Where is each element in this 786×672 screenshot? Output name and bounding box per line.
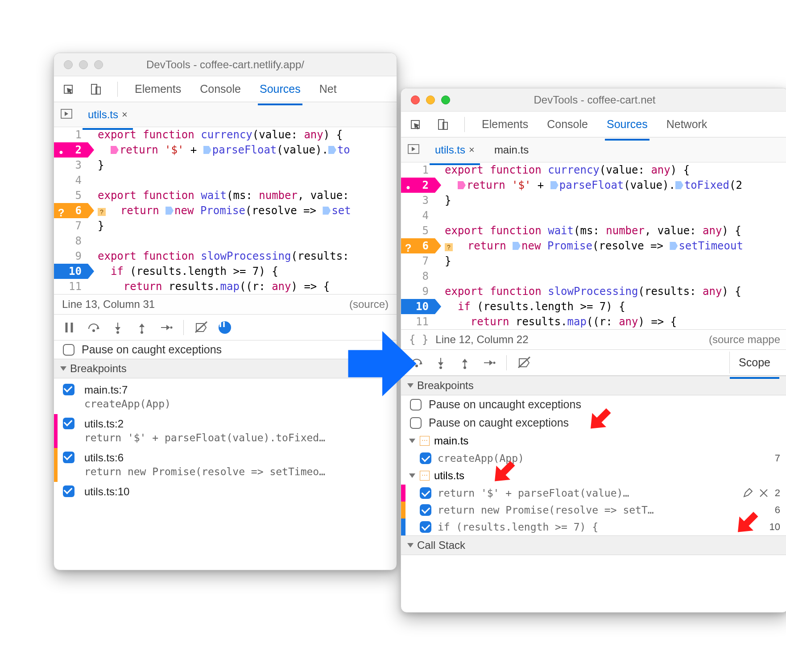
code-line[interactable]: export function wait(ms: number, value: xyxy=(98,188,397,203)
code-line[interactable]: } xyxy=(445,193,786,208)
step-into-icon[interactable] xyxy=(434,356,447,369)
checkbox[interactable] xyxy=(63,344,74,356)
gutter-line[interactable]: 3 xyxy=(401,193,435,208)
code-editor[interactable]: 1234567891011 export function currency(v… xyxy=(401,162,786,329)
code-line[interactable] xyxy=(445,208,786,223)
code-line[interactable]: export function slowProcessing(results: … xyxy=(445,284,786,299)
gutter-line[interactable]: 6 xyxy=(54,203,88,218)
breakpoints-header[interactable]: Breakpoints xyxy=(401,376,786,395)
zoom-window-icon[interactable] xyxy=(94,60,103,69)
gutter-line[interactable]: 2 xyxy=(54,142,88,158)
code-line[interactable]: export function wait(ms: number, value: … xyxy=(445,223,786,238)
breakpoint-row[interactable]: return '$' + parseFloat(value)…2 xyxy=(401,485,786,502)
breakpoint-row[interactable]: if (results.length >= 7) {10 xyxy=(401,519,786,535)
deactivate-breakpoints-icon[interactable] xyxy=(517,356,531,369)
code-line[interactable]: return '$' + parseFloat(value).to xyxy=(98,142,397,158)
inspect-icon[interactable] xyxy=(409,118,422,131)
close-tab-icon[interactable]: × xyxy=(122,109,128,120)
scope-tab[interactable]: Scope xyxy=(729,352,779,373)
window-traffic-lights[interactable] xyxy=(411,95,450,104)
code-line[interactable]: export function currency(value: any) { xyxy=(445,162,786,178)
gutter-line[interactable]: 10 xyxy=(54,264,88,279)
breakpoint-row[interactable]: return new Promise(resolve => setT…6 xyxy=(401,502,786,519)
gutter-line[interactable]: 5 xyxy=(401,223,435,238)
file-tab-utils[interactable]: utils.ts × xyxy=(80,105,136,124)
tab-sources[interactable]: Sources xyxy=(258,78,302,100)
breakpoint-checkbox[interactable] xyxy=(63,384,74,395)
remove-icon[interactable] xyxy=(759,488,769,498)
callstack-header[interactable]: Call Stack xyxy=(401,535,786,555)
code-line[interactable]: export function currency(value: any) { xyxy=(98,127,397,142)
step-icon[interactable] xyxy=(482,356,496,369)
code-editor[interactable]: 1234567891011 export function currency(v… xyxy=(54,127,397,294)
breakpoint-row[interactable]: utils.ts:2return '$' + parseFloat(value)… xyxy=(54,414,397,448)
gutter-line[interactable]: 2 xyxy=(401,178,435,193)
tab-console[interactable]: Console xyxy=(198,78,243,100)
step-over-icon[interactable] xyxy=(87,321,100,334)
tab-network[interactable]: Network xyxy=(665,113,709,135)
inspect-icon[interactable] xyxy=(62,83,74,95)
file-tab-utils[interactable]: utils.ts × xyxy=(427,140,483,160)
code-line[interactable] xyxy=(98,173,397,188)
breakpoint-checkbox[interactable] xyxy=(420,521,431,533)
gutter-line[interactable]: 4 xyxy=(401,208,435,223)
checkbox[interactable] xyxy=(410,417,422,429)
code-line[interactable]: if (results.length >= 7) { xyxy=(445,299,786,314)
code-line[interactable] xyxy=(98,233,397,249)
gutter-line[interactable]: 9 xyxy=(401,284,435,299)
window-titlebar[interactable]: DevTools - coffee-cart.netlify.app/ xyxy=(54,53,397,76)
device-toggle-icon[interactable] xyxy=(437,118,449,131)
breakpoint-checkbox[interactable] xyxy=(63,452,74,463)
device-toggle-icon[interactable] xyxy=(90,83,102,95)
step-out-icon[interactable] xyxy=(135,321,149,334)
tab-elements[interactable]: Elements xyxy=(480,113,530,135)
tab-network[interactable]: Net xyxy=(318,78,339,100)
code-line[interactable]: return results.map((r: any) => { xyxy=(98,279,397,294)
step-out-icon[interactable] xyxy=(458,356,472,369)
gutter-line[interactable]: 11 xyxy=(54,279,88,294)
gutter-line[interactable]: 5 xyxy=(54,188,88,203)
window-titlebar[interactable]: DevTools - coffee-cart.net xyxy=(401,88,786,112)
pause-icon[interactable] xyxy=(63,321,76,334)
breakpoint-checkbox[interactable] xyxy=(63,485,74,497)
tab-sources[interactable]: Sources xyxy=(605,113,649,135)
breakpoint-group-header[interactable]: ⋯utils.ts xyxy=(401,467,786,485)
gutter-line[interactable]: 7 xyxy=(54,218,88,233)
file-tab-main[interactable]: main.ts xyxy=(486,140,537,160)
code-line[interactable]: return results.map((r: any) => { xyxy=(445,314,786,329)
breakpoint-checkbox[interactable] xyxy=(420,487,431,499)
tab-console[interactable]: Console xyxy=(545,113,590,135)
gutter-line[interactable]: 6 xyxy=(401,238,435,253)
step-icon[interactable] xyxy=(159,321,173,334)
pause-on-exceptions-icon[interactable] xyxy=(219,321,231,334)
gutter-line[interactable]: 8 xyxy=(401,269,435,284)
tab-elements[interactable]: Elements xyxy=(133,78,183,100)
deactivate-breakpoints-icon[interactable] xyxy=(194,321,208,334)
code-line[interactable]: if (results.length >= 7) { xyxy=(98,264,397,279)
close-window-icon[interactable] xyxy=(411,95,420,104)
code-line[interactable]: return new Promise(resolve => setTimeout xyxy=(445,238,786,253)
breakpoint-row[interactable]: utils.ts:6return new Promise(resolve => … xyxy=(54,448,397,482)
code-line[interactable]: export function slowProcessing(results: xyxy=(98,249,397,264)
breakpoint-row[interactable]: createApp(App)7 xyxy=(401,450,786,467)
gutter-line[interactable]: 7 xyxy=(401,253,435,269)
close-tab-icon[interactable]: × xyxy=(469,144,475,156)
window-traffic-lights[interactable] xyxy=(64,60,103,69)
gutter-line[interactable]: 3 xyxy=(54,158,88,173)
minimize-window-icon[interactable] xyxy=(79,60,88,69)
gutter-line[interactable]: 10 xyxy=(401,299,435,314)
gutter-line[interactable]: 4 xyxy=(54,173,88,188)
breakpoint-checkbox[interactable] xyxy=(420,452,431,464)
breakpoint-checkbox[interactable] xyxy=(420,504,431,516)
step-into-icon[interactable] xyxy=(111,321,124,334)
zoom-window-icon[interactable] xyxy=(441,95,450,104)
code-line[interactable]: } xyxy=(98,218,397,233)
code-line[interactable]: return '$' + parseFloat(value).toFixed(2 xyxy=(445,178,786,193)
edit-icon[interactable] xyxy=(743,488,753,498)
breakpoint-checkbox[interactable] xyxy=(63,418,74,429)
navigator-toggle-icon[interactable] xyxy=(60,108,73,121)
breakpoint-row[interactable]: utils.ts:10 xyxy=(54,482,397,502)
navigator-toggle-icon[interactable] xyxy=(407,144,420,156)
code-line[interactable]: return new Promise(resolve => set xyxy=(98,203,397,218)
gutter-line[interactable]: 9 xyxy=(54,249,88,264)
